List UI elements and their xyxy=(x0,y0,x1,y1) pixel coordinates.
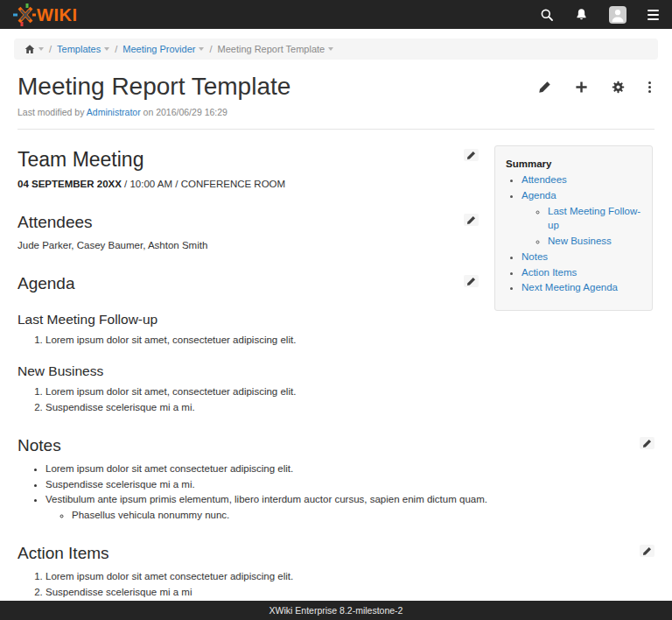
toc-link-agenda[interactable]: Agenda xyxy=(522,190,556,201)
breadcrumb-templates-caret-icon[interactable] xyxy=(104,47,109,51)
section-edit-pencil-icon[interactable] xyxy=(464,214,479,226)
more-actions-kebab-icon[interactable] xyxy=(648,81,651,93)
toc-link-notes[interactable]: Notes xyxy=(522,251,548,262)
list-item: Suspendisse scelerisque mi a mi. xyxy=(46,477,654,492)
list-item: Vestibulum ante ipsum primis elementum, … xyxy=(46,492,654,522)
notes-sublist: Phasellus vehicula nonummy nunc. xyxy=(46,508,654,523)
toc-link-action-items[interactable]: Action Items xyxy=(522,267,577,278)
notes-list: Lorem ipsum dolor sit amet consectetuer … xyxy=(18,461,654,523)
toc-item: Agenda Last Meeting Follow-up New Busine… xyxy=(522,188,645,249)
breadcrumb-provider-caret-icon[interactable] xyxy=(199,47,204,51)
document-content: Summary Attendees Agenda Last Meeting Fo… xyxy=(18,130,654,620)
toc-link-attendees[interactable]: Attendees xyxy=(522,174,567,185)
summary-toc-panel: Summary Attendees Agenda Last Meeting Fo… xyxy=(494,145,653,311)
list-item: Lorem ipsum dolor sit amet, consectetuer… xyxy=(46,333,654,348)
section-edit-pencil-icon[interactable] xyxy=(464,275,479,287)
breadcrumb-current-page: Meeting Report Template xyxy=(217,44,325,54)
xwiki-logo-icon xyxy=(13,4,36,26)
toc-item: Last Meeting Follow-up xyxy=(548,204,645,233)
xwiki-logo[interactable]: WIKI xyxy=(13,4,77,26)
toc-item: Next Meeting Agenda xyxy=(522,280,645,295)
heading-new-business: New Business xyxy=(18,362,654,381)
new-business-list: Lorem ipsum dolor sit amet, consectetuer… xyxy=(18,384,654,414)
last-modified-line: Last modified by Administrator on 2016/0… xyxy=(18,107,654,117)
edit-pencil-icon[interactable] xyxy=(538,81,551,94)
toc-item: Action Items xyxy=(522,265,645,280)
toc-link-last-meeting-follow-up[interactable]: Last Meeting Follow-up xyxy=(548,206,640,231)
xwiki-logo-text: WIKI xyxy=(37,6,77,24)
heading-notes: Notes xyxy=(18,433,654,458)
user-avatar[interactable] xyxy=(609,6,626,24)
list-item: Suspendisse scelerisque mi a mi xyxy=(46,585,654,600)
action-items-list: Lorem ipsum dolor sit amet consectetuer … xyxy=(18,569,654,599)
notifications-bell-icon[interactable] xyxy=(575,8,588,21)
toc-item: Notes xyxy=(522,250,645,264)
breadcrumb-home-caret-icon[interactable] xyxy=(38,47,44,51)
version-bottom-bar: XWiki Enterprise 8.2-milestone-2 xyxy=(0,601,672,620)
breadcrumb-home-icon[interactable] xyxy=(24,44,35,54)
toc-link-new-business[interactable]: New Business xyxy=(548,236,612,246)
list-item: Lorem ipsum dolor sit amet, consectetuer… xyxy=(46,384,654,399)
breadcrumb: / Templates / Meeting Provider / Meeting… xyxy=(14,39,658,60)
settings-gear-icon[interactable] xyxy=(612,81,625,94)
list-item: Lorem ipsum dolor sit amet consectetuer … xyxy=(46,461,654,476)
version-text: XWiki Enterprise 8.2-milestone-2 xyxy=(270,605,403,616)
section-edit-pencil-icon[interactable] xyxy=(640,545,654,557)
toc-link-next-meeting-agenda[interactable]: Next Meeting Agenda xyxy=(522,282,618,292)
toc-item: New Business xyxy=(548,234,645,249)
heading-action-items: Action Items xyxy=(18,541,654,566)
list-item: Lorem ipsum dolor sit amet consectetuer … xyxy=(46,569,654,584)
page-title: Meeting Report Template xyxy=(18,74,290,101)
toc-title: Summary xyxy=(506,157,645,172)
breadcrumb-current-caret-icon[interactable] xyxy=(328,47,333,51)
section-edit-pencil-icon[interactable] xyxy=(640,437,654,449)
breadcrumb-meeting-provider-link[interactable]: Meeting Provider xyxy=(122,44,195,54)
modified-by-user-link[interactable]: Administrator xyxy=(87,107,141,117)
top-navbar: WIKI xyxy=(0,0,672,29)
section-edit-pencil-icon[interactable] xyxy=(464,149,479,161)
list-item: Suspendisse scelerisque mi a mi. xyxy=(46,400,654,415)
heading-last-meeting-follow-up: Last Meeting Follow-up xyxy=(18,310,654,329)
followup-list: Lorem ipsum dolor sit amet, consectetuer… xyxy=(18,333,654,348)
add-plus-icon[interactable] xyxy=(575,81,588,94)
search-icon[interactable] xyxy=(540,8,554,22)
breadcrumb-templates-link[interactable]: Templates xyxy=(57,44,101,54)
list-item: Phasellus vehicula nonummy nunc. xyxy=(72,508,654,523)
menu-hamburger-icon[interactable] xyxy=(648,10,659,20)
toc-item: Attendees xyxy=(522,173,645,187)
